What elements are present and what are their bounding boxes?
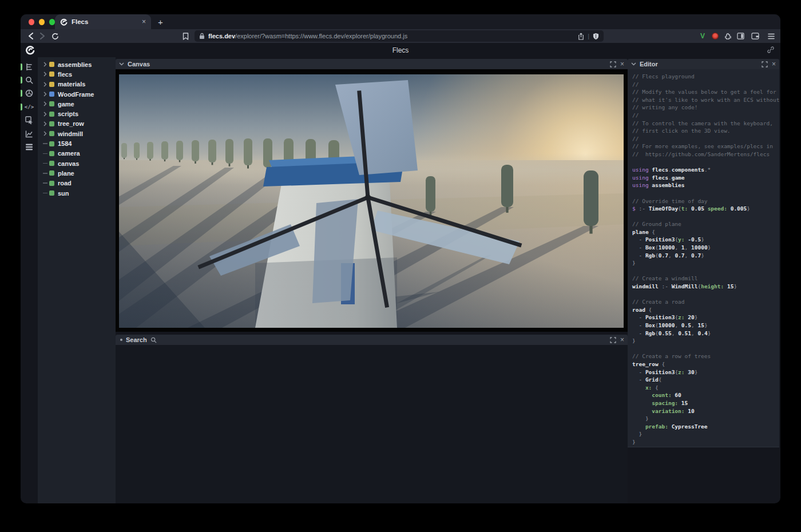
tree-item-1584[interactable]: 1584: [38, 138, 116, 148]
new-tab-button[interactable]: +: [151, 14, 163, 29]
3d-viewport[interactable]: [119, 74, 624, 328]
fullscreen-icon[interactable]: [610, 337, 616, 343]
browser-tab[interactable]: Flecs ×: [55, 14, 151, 29]
search-icon: [150, 337, 157, 343]
chevron-right-icon[interactable]: [42, 131, 48, 136]
tree-item-windmill[interactable]: windmill: [38, 129, 116, 138]
nav-scene-icon[interactable]: [21, 87, 38, 100]
tree-item-WoodFrame[interactable]: WoodFrame: [38, 89, 116, 99]
leaf-dash-icon: [42, 193, 48, 194]
canvas-panel-body: [116, 69, 628, 332]
tab-close-icon[interactable]: ×: [142, 18, 146, 25]
chevron-down-icon[interactable]: [119, 62, 124, 66]
canvas-panel-title: Canvas: [128, 61, 150, 68]
nav-inspect-icon[interactable]: [21, 114, 38, 127]
close-icon[interactable]: ×: [772, 60, 776, 68]
leaf-dash-icon: [42, 173, 48, 174]
entity-color-icon: [49, 151, 54, 156]
chevron-down-icon[interactable]: [631, 62, 636, 66]
tree-item-plane[interactable]: plane: [38, 168, 116, 178]
chevron-right-icon[interactable]: [42, 92, 48, 97]
search-panel-body[interactable]: [116, 345, 628, 503]
tree-item-sun[interactable]: sun: [38, 188, 116, 198]
tree-item-materials[interactable]: materials: [38, 80, 116, 89]
tree-item-assemblies[interactable]: assemblies: [38, 59, 116, 69]
chevron-right-icon[interactable]: [42, 72, 48, 77]
entity-color-icon: [49, 181, 54, 186]
bookmark-icon[interactable]: [181, 29, 190, 43]
reload-button[interactable]: [50, 29, 60, 43]
nav-queries-icon[interactable]: [21, 140, 38, 153]
active-indicator: [21, 90, 22, 97]
leaf-dash-icon: [42, 182, 48, 184]
chevron-right-icon[interactable]: [42, 82, 48, 87]
entity-color-icon: [49, 82, 54, 87]
tree-item-label: 1584: [58, 140, 72, 147]
close-icon[interactable]: ×: [620, 60, 624, 68]
tree-item-label: sun: [58, 190, 69, 197]
tree-item-label: windmill: [58, 130, 83, 137]
close-icon[interactable]: ×: [620, 336, 624, 344]
tree-item-game[interactable]: game: [38, 99, 116, 109]
entity-color-icon: [49, 72, 54, 77]
code-content[interactable]: // Flecs playground//// Modify the value…: [628, 69, 779, 446]
chevron-right-icon[interactable]: [42, 112, 48, 117]
entity-color-icon: [49, 112, 54, 117]
tree-item-tree_row[interactable]: tree_row: [38, 119, 116, 129]
forward-button[interactable]: [38, 29, 47, 43]
tree-item-scripts[interactable]: scripts: [38, 109, 116, 118]
browser-window: Flecs × + flecs.dev/explorer/?wasm=https…: [21, 14, 780, 503]
editor-panel-title: Editor: [640, 61, 658, 68]
search-panel-header[interactable]: Search ×: [116, 335, 628, 345]
zoom-window-button[interactable]: [49, 19, 55, 25]
entity-color-icon: [49, 131, 54, 136]
entity-color-icon: [49, 62, 54, 67]
minimize-window-button[interactable]: [39, 19, 45, 25]
entity-color-icon: [49, 190, 54, 196]
tree-item-camera[interactable]: camera: [38, 149, 116, 158]
shield-icon[interactable]: [593, 33, 599, 40]
nav-code-icon[interactable]: </>: [21, 100, 38, 113]
wallet-icon[interactable]: [751, 29, 760, 43]
code-icon: </>: [25, 104, 34, 110]
browser-toolbar: flecs.dev/explorer/?wasm=https://www.fle…: [21, 29, 780, 43]
tree-item-label: WoodFrame: [58, 91, 94, 98]
tree-item-road[interactable]: road: [38, 178, 116, 188]
chevron-right-icon[interactable]: [42, 121, 48, 126]
canvas-panel-header[interactable]: Canvas ×: [116, 59, 628, 69]
traffic-lights: [21, 14, 55, 29]
tree-item-label: game: [58, 101, 74, 108]
tree-view-icon: [25, 63, 33, 71]
chevron-right-icon[interactable]: [42, 62, 48, 67]
fullscreen-icon[interactable]: [610, 61, 616, 68]
extensions-puzzle-icon[interactable]: [723, 29, 732, 43]
chevron-right-icon[interactable]: [42, 101, 48, 106]
leaf-dash-icon: [42, 163, 48, 164]
extension-red-icon[interactable]: [711, 29, 720, 43]
tree-item-label: plane: [58, 170, 74, 177]
entity-tree-panel: assembliesflecsmaterialsWoodFramegamescr…: [38, 57, 116, 503]
share-link-icon[interactable]: [767, 46, 775, 54]
menu-icon[interactable]: [767, 29, 776, 43]
close-window-button[interactable]: [29, 19, 34, 25]
app-header: Flecs: [21, 43, 780, 57]
code-editor[interactable]: // Flecs playground//// Modify the value…: [628, 69, 779, 447]
tree-item-flecs[interactable]: flecs: [38, 69, 116, 79]
nav-search-icon[interactable]: [21, 73, 38, 86]
nav-stats-icon[interactable]: [21, 127, 38, 140]
tree-item-label: materials: [58, 81, 85, 88]
active-indicator: [21, 63, 22, 70]
editor-panel-header[interactable]: Editor ×: [628, 59, 779, 69]
tree-item-label: road: [58, 180, 72, 186]
scene-icon: [25, 89, 33, 97]
entity-color-icon: [49, 92, 54, 97]
extension-v-icon[interactable]: V: [698, 29, 707, 43]
sidebar-toggle-icon[interactable]: [736, 29, 745, 43]
tree-item-canvas[interactable]: canvas: [38, 158, 116, 168]
fullscreen-icon[interactable]: [762, 61, 768, 68]
collapsed-dot-icon[interactable]: [120, 339, 122, 341]
nav-tree-view-icon[interactable]: [21, 60, 38, 73]
address-bar[interactable]: flecs.dev/explorer/?wasm=https://www.fle…: [195, 30, 604, 42]
share-icon[interactable]: [578, 33, 584, 40]
back-button[interactable]: [26, 29, 35, 43]
